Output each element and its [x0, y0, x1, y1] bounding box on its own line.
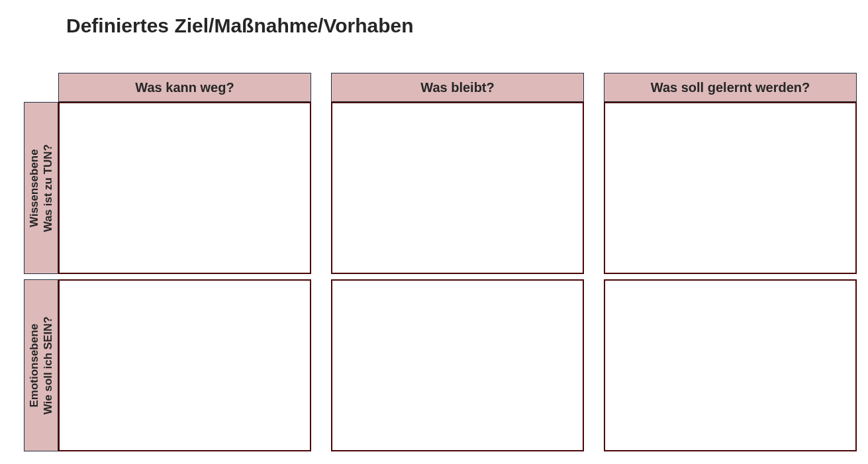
cell-wissen-bleibt[interactable] — [331, 102, 584, 274]
row-question-label: Was ist zu TUN? — [42, 144, 54, 232]
matrix-row-emotion: Emotionsebene Wie soll ich SEIN? — [24, 279, 857, 451]
column-header-lernen: Was soll gelernt werden? — [604, 73, 857, 102]
column-header-row: Was kann weg? Was bleibt? Was soll geler… — [58, 73, 857, 102]
cells-row-wissen — [58, 102, 857, 274]
cells-row-emotion — [58, 279, 857, 451]
row-header-wissen-text: Wissensebene Was ist zu TUN? — [27, 144, 56, 232]
cell-emotion-bleibt[interactable] — [331, 279, 584, 451]
column-header-bleibt: Was bleibt? — [331, 73, 584, 102]
cell-emotion-weg[interactable] — [58, 279, 311, 451]
cell-emotion-lernen[interactable] — [604, 279, 857, 451]
row-header-emotion-text: Emotionsebene Wie soll ich SEIN? — [27, 316, 56, 414]
matrix-container: Was kann weg? Was bleibt? Was soll geler… — [24, 73, 857, 451]
row-level-label: Wissensebene — [28, 149, 40, 227]
matrix-row-wissen: Wissensebene Was ist zu TUN? — [24, 102, 857, 274]
column-header-weg: Was kann weg? — [58, 73, 311, 102]
page-title: Definiertes Ziel/Maßnahme/Vorhaben — [66, 15, 414, 37]
row-header-wissen: Wissensebene Was ist zu TUN? — [24, 102, 58, 274]
cell-wissen-lernen[interactable] — [604, 102, 857, 274]
cell-wissen-weg[interactable] — [58, 102, 311, 274]
row-question-label: Wie soll ich SEIN? — [42, 316, 54, 414]
row-level-label: Emotionsebene — [28, 324, 40, 408]
row-header-emotion: Emotionsebene Wie soll ich SEIN? — [24, 279, 58, 451]
